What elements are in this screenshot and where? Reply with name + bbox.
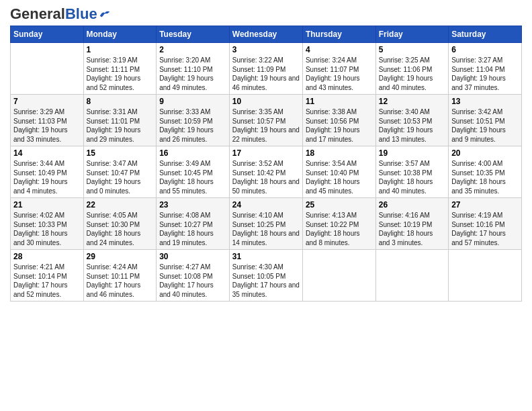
calendar-cell: 14Sunrise: 3:44 AMSunset: 10:49 PMDaylig…: [11, 146, 84, 198]
day-number: 5: [379, 45, 445, 54]
day-number: 1: [87, 45, 154, 54]
day-detail: Sunrise: 4:02 AMSunset: 10:33 PMDaylight…: [13, 211, 81, 247]
calendar-cell: 16Sunrise: 3:49 AMSunset: 10:45 PMDaylig…: [157, 146, 230, 198]
day-detail: Sunrise: 4:21 AMSunset: 10:14 PMDaylight…: [13, 263, 81, 299]
day-number: 17: [232, 148, 300, 158]
calendar-cell: 5Sunrise: 3:25 AMSunset: 11:06 PMDayligh…: [375, 43, 448, 95]
calendar-cell: 3Sunrise: 3:22 AMSunset: 11:09 PMDayligh…: [229, 43, 302, 95]
day-detail: Sunrise: 3:57 AMSunset: 10:38 PMDaylight…: [379, 159, 445, 195]
calendar-cell: [449, 250, 522, 302]
header-day-wednesday: Wednesday: [229, 26, 302, 43]
day-detail: Sunrise: 3:42 AMSunset: 10:51 PMDaylight…: [451, 107, 519, 144]
logo-blue: Blue: [65, 5, 97, 22]
calendar-cell: 10Sunrise: 3:35 AMSunset: 10:57 PMDaylig…: [229, 95, 302, 146]
calendar-table: SundayMondayTuesdayWednesdayThursdayFrid…: [10, 26, 522, 302]
calendar-week-row: 14Sunrise: 3:44 AMSunset: 10:49 PMDaylig…: [11, 146, 522, 198]
day-number: 28: [13, 252, 81, 261]
day-detail: Sunrise: 3:38 AMSunset: 10:56 PMDaylight…: [306, 107, 373, 144]
calendar-cell: 18Sunrise: 3:54 AMSunset: 10:40 PMDaylig…: [302, 146, 375, 198]
day-number: 14: [13, 148, 81, 158]
calendar-cell: 23Sunrise: 4:08 AMSunset: 10:27 PMDaylig…: [157, 198, 230, 250]
day-detail: Sunrise: 4:05 AMSunset: 10:30 PMDaylight…: [87, 211, 154, 247]
logo: GeneralBlue: [10, 7, 111, 21]
day-detail: Sunrise: 3:22 AMSunset: 11:09 PMDaylight…: [232, 56, 300, 92]
day-number: 16: [159, 148, 226, 158]
day-number: 22: [87, 200, 154, 210]
day-detail: Sunrise: 3:27 AMSunset: 11:04 PMDaylight…: [451, 56, 519, 92]
calendar-cell: 13Sunrise: 3:42 AMSunset: 10:51 PMDaylig…: [449, 95, 522, 146]
day-detail: Sunrise: 3:49 AMSunset: 10:45 PMDaylight…: [159, 159, 226, 195]
day-detail: Sunrise: 3:24 AMSunset: 11:07 PMDaylight…: [306, 56, 373, 92]
day-number: 6: [451, 45, 519, 54]
day-detail: Sunrise: 3:33 AMSunset: 10:59 PMDaylight…: [159, 107, 226, 144]
calendar-cell: 1Sunrise: 3:19 AMSunset: 11:11 PMDayligh…: [83, 43, 157, 95]
day-detail: Sunrise: 3:35 AMSunset: 10:57 PMDaylight…: [232, 107, 300, 144]
logo-bird-icon: [99, 9, 111, 19]
day-number: 30: [159, 252, 226, 261]
header-day-friday: Friday: [375, 26, 448, 43]
day-number: 9: [159, 97, 226, 106]
header-day-monday: Monday: [83, 26, 157, 43]
calendar-cell: [11, 43, 84, 95]
day-detail: Sunrise: 3:40 AMSunset: 10:53 PMDaylight…: [379, 107, 445, 144]
calendar-cell: 24Sunrise: 4:10 AMSunset: 10:25 PMDaylig…: [229, 198, 302, 250]
day-detail: Sunrise: 3:47 AMSunset: 10:47 PMDaylight…: [87, 159, 154, 195]
day-detail: Sunrise: 3:31 AMSunset: 11:01 PMDaylight…: [87, 107, 154, 144]
calendar-cell: [375, 250, 448, 302]
logo-text: GeneralBlue: [10, 7, 97, 21]
day-detail: Sunrise: 3:52 AMSunset: 10:42 PMDaylight…: [232, 159, 300, 195]
day-number: 13: [451, 97, 519, 106]
calendar-cell: 17Sunrise: 3:52 AMSunset: 10:42 PMDaylig…: [229, 146, 302, 198]
calendar-cell: 6Sunrise: 3:27 AMSunset: 11:04 PMDayligh…: [449, 43, 522, 95]
calendar-cell: 29Sunrise: 4:24 AMSunset: 10:11 PMDaylig…: [83, 250, 157, 302]
day-detail: Sunrise: 3:54 AMSunset: 10:40 PMDaylight…: [306, 159, 373, 195]
header-day-saturday: Saturday: [449, 26, 522, 43]
calendar-cell: 31Sunrise: 4:30 AMSunset: 10:05 PMDaylig…: [229, 250, 302, 302]
day-number: 29: [87, 252, 154, 261]
day-number: 19: [379, 148, 445, 158]
calendar-cell: 30Sunrise: 4:27 AMSunset: 10:08 PMDaylig…: [157, 250, 230, 302]
day-number: 23: [159, 200, 226, 210]
day-number: 18: [306, 148, 373, 158]
calendar-cell: 19Sunrise: 3:57 AMSunset: 10:38 PMDaylig…: [375, 146, 448, 198]
calendar-week-row: 1Sunrise: 3:19 AMSunset: 11:11 PMDayligh…: [11, 43, 522, 95]
calendar-cell: 11Sunrise: 3:38 AMSunset: 10:56 PMDaylig…: [302, 95, 375, 146]
calendar-cell: 28Sunrise: 4:21 AMSunset: 10:14 PMDaylig…: [11, 250, 84, 302]
day-number: 12: [379, 97, 445, 106]
day-detail: Sunrise: 3:20 AMSunset: 11:10 PMDaylight…: [159, 56, 226, 92]
calendar-cell: 15Sunrise: 3:47 AMSunset: 10:47 PMDaylig…: [83, 146, 157, 198]
calendar-cell: 4Sunrise: 3:24 AMSunset: 11:07 PMDayligh…: [302, 43, 375, 95]
day-detail: Sunrise: 4:19 AMSunset: 10:16 PMDaylight…: [451, 211, 519, 247]
day-detail: Sunrise: 4:30 AMSunset: 10:05 PMDaylight…: [232, 263, 300, 299]
calendar-cell: 22Sunrise: 4:05 AMSunset: 10:30 PMDaylig…: [83, 198, 157, 250]
day-detail: Sunrise: 4:10 AMSunset: 10:25 PMDaylight…: [232, 211, 300, 247]
header-day-thursday: Thursday: [302, 26, 375, 43]
day-number: 25: [306, 200, 373, 210]
day-detail: Sunrise: 4:16 AMSunset: 10:19 PMDaylight…: [379, 211, 445, 247]
calendar-cell: 26Sunrise: 4:16 AMSunset: 10:19 PMDaylig…: [375, 198, 448, 250]
calendar-cell: 25Sunrise: 4:13 AMSunset: 10:22 PMDaylig…: [302, 198, 375, 250]
calendar-week-row: 21Sunrise: 4:02 AMSunset: 10:33 PMDaylig…: [11, 198, 522, 250]
day-detail: Sunrise: 4:24 AMSunset: 10:11 PMDaylight…: [87, 263, 154, 299]
day-detail: Sunrise: 4:13 AMSunset: 10:22 PMDaylight…: [306, 211, 373, 247]
calendar-cell: 2Sunrise: 3:20 AMSunset: 11:10 PMDayligh…: [157, 43, 230, 95]
day-number: 3: [232, 45, 300, 54]
day-detail: Sunrise: 3:29 AMSunset: 11:03 PMDaylight…: [13, 107, 81, 144]
day-number: 21: [13, 200, 81, 210]
day-number: 7: [13, 97, 81, 106]
day-detail: Sunrise: 3:44 AMSunset: 10:49 PMDaylight…: [13, 159, 81, 195]
calendar-cell: 20Sunrise: 4:00 AMSunset: 10:35 PMDaylig…: [449, 146, 522, 198]
logo-general: General: [10, 5, 65, 22]
day-detail: Sunrise: 4:08 AMSunset: 10:27 PMDaylight…: [159, 211, 226, 247]
calendar-cell: 9Sunrise: 3:33 AMSunset: 10:59 PMDayligh…: [157, 95, 230, 146]
day-detail: Sunrise: 3:25 AMSunset: 11:06 PMDaylight…: [379, 56, 445, 92]
day-number: 27: [451, 200, 519, 210]
day-number: 31: [232, 252, 300, 261]
calendar-cell: 8Sunrise: 3:31 AMSunset: 11:01 PMDayligh…: [83, 95, 157, 146]
calendar-header-row: SundayMondayTuesdayWednesdayThursdayFrid…: [11, 26, 522, 43]
day-number: 26: [379, 200, 445, 210]
header-day-tuesday: Tuesday: [157, 26, 230, 43]
calendar-week-row: 7Sunrise: 3:29 AMSunset: 11:03 PMDayligh…: [11, 95, 522, 146]
day-number: 10: [232, 97, 300, 106]
calendar-cell: 7Sunrise: 3:29 AMSunset: 11:03 PMDayligh…: [11, 95, 84, 146]
